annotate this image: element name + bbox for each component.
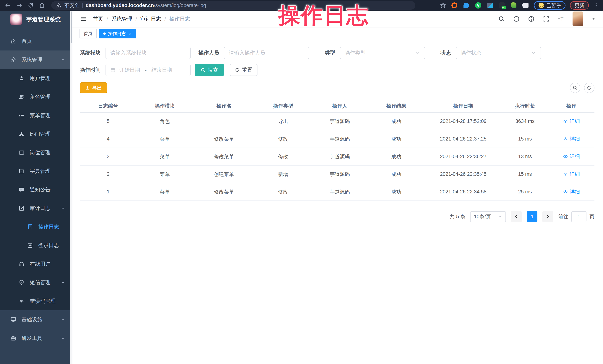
sidebar-item-menu-management[interactable]: 菜单管理 [0, 106, 72, 125]
font-size-icon[interactable] [558, 16, 564, 22]
operate-log-doc-icon [27, 224, 33, 230]
sidebar-item-post-management[interactable]: 岗位管理 [0, 143, 72, 162]
status-select[interactable]: 操作状态 [456, 47, 541, 59]
help-icon[interactable] [528, 16, 535, 22]
sidebar-item-infrastructure[interactable]: 基础设施 [0, 310, 72, 329]
detail-link[interactable]: 详细 [563, 171, 580, 177]
breadcrumb-system[interactable]: 系统管理 [111, 15, 132, 22]
operator-input[interactable]: 请输入操作人员 [224, 47, 309, 59]
paused-badge[interactable]: 已暂停 [534, 1, 566, 10]
time-label: 操作时间 [80, 66, 101, 74]
hamburger-icon[interactable] [80, 15, 87, 22]
sidebar-item-sms-management[interactable]: 短信管理 [0, 273, 72, 292]
refresh-table-button[interactable] [584, 83, 594, 93]
not-secure-warning-icon [56, 3, 61, 8]
breadcrumb-audit-log[interactable]: 审计日志 [140, 15, 161, 22]
prev-page-button[interactable] [511, 211, 522, 222]
sidebar-item-user-management[interactable]: 用户管理 [0, 69, 72, 88]
type-select[interactable]: 操作类型 [340, 47, 425, 59]
eye-icon [563, 137, 568, 141]
next-page-button[interactable] [542, 211, 553, 222]
sidebar-item-dept-management[interactable]: 部门管理 [0, 125, 72, 143]
sidebar-item-notice-announcement[interactable]: 通知公告 [0, 180, 72, 199]
tab-operate-log[interactable]: 操作日志 [99, 29, 136, 38]
extension-icon-switch-on[interactable] [498, 2, 506, 9]
github-icon[interactable] [513, 16, 520, 22]
col-name: 操作名 [193, 99, 255, 112]
extension-icon-ring[interactable] [451, 2, 458, 9]
tab-home[interactable]: 首页 [80, 29, 97, 38]
sidebar-item-operate-log[interactable]: 操作日志 [0, 218, 72, 236]
search-button[interactable]: 搜索 [195, 64, 224, 76]
page-number-1[interactable]: 1 [527, 211, 537, 222]
browser-back-icon[interactable] [5, 2, 11, 8]
sidebar-item-dev-tools[interactable]: 研发工具 [0, 329, 72, 347]
date-range-picker[interactable]: 开始日期 - 结束日期 [105, 64, 191, 76]
chevron-down-icon [60, 317, 65, 322]
table-row: 3 菜单 修改菜单 修改 芋道源码 成功 2021-04-26 22:36:27… [80, 148, 594, 165]
end-date-placeholder: 结束日期 [151, 66, 172, 74]
export-button[interactable]: 导出 [80, 82, 107, 93]
detail-link[interactable]: 详细 [563, 153, 580, 160]
toggle-search-button[interactable] [570, 83, 580, 93]
id-card-icon [19, 150, 24, 155]
goto-page-input[interactable] [571, 211, 586, 222]
pagination-total: 共 5 条 [450, 213, 465, 220]
operator-label: 操作人员 [198, 49, 219, 56]
download-icon [85, 85, 90, 90]
search-icon[interactable] [498, 16, 505, 22]
browser-home-icon[interactable] [39, 2, 45, 8]
col-type: 操作类型 [255, 99, 312, 112]
sidebar-scrollbar-thumb[interactable] [70, 11, 72, 43]
app-title: 芋道管理系统 [26, 16, 61, 23]
headset-icon [19, 261, 24, 267]
bookmark-star-icon[interactable] [440, 2, 446, 9]
extension-icon-leaf[interactable] [510, 2, 518, 9]
reset-button[interactable]: 重置 [230, 64, 257, 76]
detail-link[interactable]: 详细 [563, 135, 580, 142]
start-date-placeholder: 开始日期 [119, 66, 140, 74]
breadcrumb-home[interactable]: 首页 [93, 15, 103, 22]
extension-icon-pin[interactable] [463, 2, 470, 9]
login-log-icon [27, 243, 33, 248]
code-icon [19, 298, 24, 304]
sidebar: 芋道管理系统 首页 系统管理 用户管理 角色管理 [0, 11, 72, 364]
sidebar-item-error-code-management[interactable]: 错误码管理 [0, 292, 72, 310]
browser-menu-kebab-icon[interactable] [593, 3, 599, 8]
avatar[interactable] [573, 11, 583, 26]
breadcrumb-separator: / [136, 16, 137, 22]
sidebar-item-role-management[interactable]: 角色管理 [0, 88, 72, 106]
extension-icon-blocks[interactable] [486, 2, 494, 9]
close-icon[interactable] [128, 32, 132, 36]
sidebar-item-audit-log[interactable]: 审计日志 [0, 199, 72, 218]
sidebar-item-dict-management[interactable]: 字典管理 [0, 162, 72, 180]
sidebar-item-home[interactable]: 首页 [0, 32, 72, 51]
announcement-bubble-icon [19, 187, 24, 193]
sidebar-scrollbar[interactable] [70, 11, 72, 364]
puzzle-extension-icon[interactable] [522, 2, 529, 9]
eye-icon [563, 172, 568, 176]
page-unit-label: 页 [590, 213, 594, 220]
caret-down-icon[interactable] [591, 17, 596, 21]
extension-icon-v[interactable] [475, 2, 482, 9]
browser-update-button[interactable]: 更新 [570, 1, 589, 10]
sidebar-item-online-users[interactable]: 在线用户 [0, 255, 72, 273]
eye-icon [563, 154, 568, 159]
detail-link[interactable]: 详细 [563, 118, 580, 124]
breadcrumb-current: 操作日志 [169, 15, 190, 22]
app-logo-row[interactable]: 芋道管理系统 [0, 11, 72, 28]
breadcrumb-separator: / [165, 16, 166, 22]
browser-forward-icon[interactable] [16, 2, 22, 8]
table-row: 4 菜单 修改菜单 修改 芋道源码 成功 2021-04-26 22:37:25… [80, 130, 594, 148]
chevron-down-icon [531, 51, 536, 55]
table-row: 2 菜单 创建菜单 新增 芋道源码 成功 2021-04-26 22:35:45… [80, 165, 594, 183]
gear-icon [11, 57, 16, 63]
page-size-select[interactable]: 10条/页 [470, 211, 506, 222]
goto-label: 前往 [558, 213, 568, 220]
sidebar-item-system-management[interactable]: 系统管理 [0, 51, 72, 69]
module-input[interactable]: 请输入系统模块 [105, 47, 191, 59]
sidebar-item-login-log[interactable]: 登录日志 [0, 236, 72, 255]
detail-link[interactable]: 详细 [563, 188, 580, 195]
fullscreen-icon[interactable] [543, 16, 549, 22]
browser-reload-icon[interactable] [28, 3, 34, 8]
